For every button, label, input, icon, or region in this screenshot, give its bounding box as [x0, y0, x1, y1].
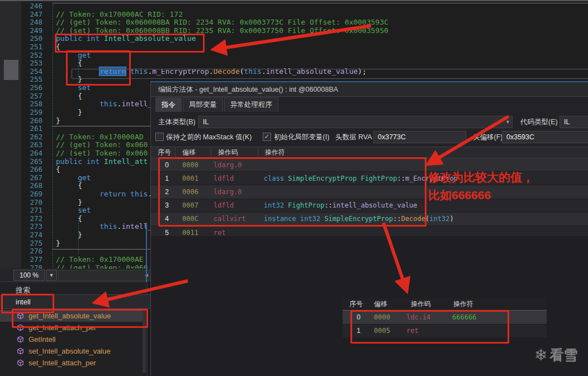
code-line — [56, 2, 587, 11]
line-number: 255 — [22, 76, 42, 84]
line-number: 256 — [22, 84, 42, 92]
line-number: 274 — [22, 231, 42, 239]
annotation-box-getter — [66, 50, 131, 86]
method-name: set_Intell_attach_per — [29, 359, 96, 367]
code-token: // Token: 0x170000AC RID: 172 — [56, 10, 183, 18]
init-locals-checkbox[interactable]: ✓ — [263, 133, 271, 141]
code-token: return — [99, 190, 126, 198]
code-token: // (set) Token: 0x060 — [56, 149, 148, 157]
member-separator — [52, 3, 588, 3]
app-window: 2462472482492502512522532542552562572582… — [0, 0, 588, 376]
code-token: } — [56, 108, 82, 116]
watermark: ❄ 看雪 — [534, 346, 577, 364]
tab-异常处理程序[interactable]: 异常处理程序 — [224, 97, 278, 112]
body-type-combobox[interactable]: IL — [198, 116, 513, 128]
line-number: 253 — [22, 59, 42, 68]
column-header: 序号 — [151, 147, 176, 158]
search-result-item[interactable]: set_Intell_attach_per — [0, 357, 143, 369]
line-number: 273 — [22, 223, 42, 231]
line-number: 257 — [22, 92, 42, 101]
annotation-note-line1: 修改为比较大的值， — [428, 168, 534, 186]
code-token: } — [56, 116, 60, 125]
line-number: 266 — [22, 166, 42, 174]
line-number: 268 — [22, 182, 42, 190]
code-token — [99, 157, 104, 166]
tab-局部变量[interactable]: 局部变量 — [183, 97, 223, 112]
snowflake-icon: ❄ — [534, 347, 547, 364]
line-number: 262 — [22, 133, 42, 142]
line-number: 247 — [22, 11, 42, 19]
line-number: 248 — [22, 18, 42, 27]
search-result-item[interactable]: set_Intell_absolute_value — [0, 345, 143, 357]
column-header: 操作符 — [258, 147, 588, 158]
code-token: } — [56, 198, 82, 206]
method-icon — [17, 336, 24, 343]
column-header: 偏移 — [176, 147, 211, 158]
line-number: 251 — [22, 43, 42, 51]
annotation-box-result-rows — [350, 310, 509, 344]
horizontal-scrollbar[interactable]: ◄ — [58, 270, 151, 281]
line-number: 246 — [22, 2, 42, 11]
code-token: this — [99, 222, 117, 231]
watermark-text: 看雪 — [549, 346, 577, 364]
header-rva-label: 头数据 RVA — [335, 133, 372, 142]
line-number: 263 — [22, 141, 42, 149]
method-name: GetIntell — [29, 335, 55, 344]
editor-left-scrollbar[interactable] — [0, 1, 21, 269]
line-number: 250 — [22, 35, 42, 43]
cell-index: 5 — [151, 229, 176, 237]
tab-指令[interactable]: 指令 — [155, 97, 182, 112]
scrollbar-thumb[interactable] — [4, 60, 18, 80]
line-number: 252 — [22, 51, 42, 60]
line-number: 254 — [22, 68, 42, 76]
annotation-box-search-result — [12, 309, 148, 328]
line-number: 269 — [22, 190, 42, 199]
line-number-gutter: 2462472482492502512522532542552562572582… — [22, 2, 42, 269]
code-token: { — [56, 181, 82, 190]
code-token: this — [99, 100, 117, 108]
code-token: set — [78, 206, 91, 214]
annotation-note: 修改为比较大的值， 比如666666 — [428, 168, 534, 204]
search-result-item[interactable]: GetIntell — [0, 333, 143, 345]
code-token: // Token: 0x170000AE — [56, 255, 144, 264]
member-separator — [52, 126, 150, 126]
pane-focus-border — [146, 223, 147, 282]
line-number: 275 — [22, 239, 42, 248]
column-header: 序号 — [343, 298, 367, 310]
code-token — [126, 190, 130, 198]
zoom-level-control[interactable]: 100 % — [13, 270, 45, 281]
line-number: 272 — [22, 215, 42, 223]
annotation-box-il-rows — [158, 157, 426, 227]
code-token — [56, 173, 78, 182]
code-type-label: 代码类型(E) — [520, 118, 558, 127]
cell-opcode: ret — [211, 229, 258, 237]
code-token: get — [78, 173, 91, 182]
column-header: 操作符 — [447, 298, 547, 310]
indent-guide — [53, 4, 53, 269]
annotation-note-line2: 比如666666 — [428, 186, 534, 204]
combobox-arrow-icon[interactable]: ▼ — [505, 119, 510, 125]
code-token: public — [56, 157, 82, 166]
zoom-dropdown-arrow-icon[interactable]: ▼ — [46, 270, 57, 281]
header-rva-input[interactable]: 0x3773C — [373, 131, 466, 143]
code-token: this — [130, 190, 148, 198]
line-number: 267 — [22, 174, 42, 182]
line-number: 270 — [22, 199, 42, 207]
body-type-label: 主体类型(B) — [158, 118, 196, 127]
indent-guide — [78, 217, 79, 254]
code-token: // (get) Token: 0x060008BA RID: 2234 RVA… — [56, 18, 388, 26]
line-number: 261 — [22, 125, 42, 133]
header-offset-input[interactable]: 0x3593C — [502, 131, 588, 143]
line-number: 249 — [22, 27, 42, 35]
header-offset-label: 头偏移(F) — [473, 133, 502, 142]
code-token: } — [56, 239, 60, 247]
code-line: // Token: 0x170000AC RID: 172 — [56, 11, 587, 19]
code-token: int32 — [429, 215, 449, 223]
code-type-combobox[interactable]: IL — [559, 116, 588, 128]
code-token — [56, 100, 99, 108]
column-header: 偏移 — [367, 298, 404, 310]
keep-maxstack-checkbox[interactable] — [155, 133, 164, 141]
column-header: 操作码 — [211, 147, 258, 158]
dialog-title: 编辑方法体 - get_Intell_absolute_value() : in… — [151, 82, 588, 97]
line-number: 276 — [22, 247, 42, 256]
